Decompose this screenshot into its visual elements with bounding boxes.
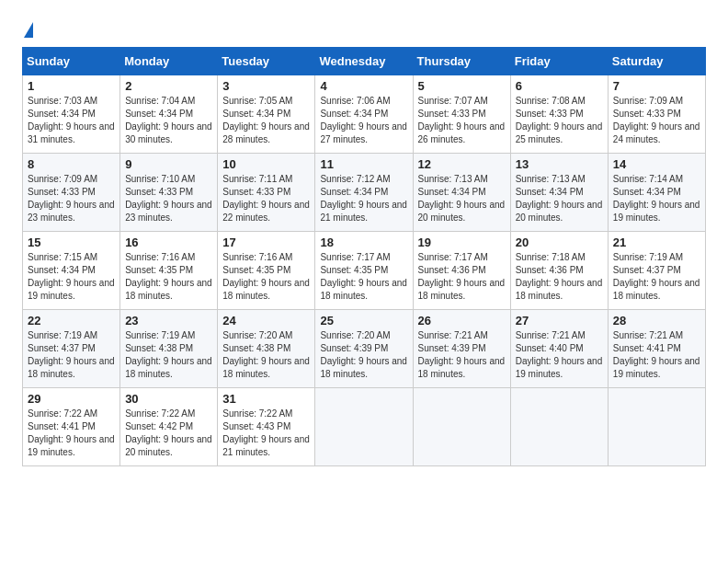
day-number: 23	[125, 314, 212, 327]
day-number: 18	[320, 236, 407, 249]
calendar-cell: 21Sunrise: 7:19 AMSunset: 4:37 PMDayligh…	[608, 232, 705, 310]
calendar-week-row: 15Sunrise: 7:15 AMSunset: 4:34 PMDayligh…	[23, 232, 706, 310]
day-number: 16	[125, 236, 212, 249]
calendar-cell: 17Sunrise: 7:16 AMSunset: 4:35 PMDayligh…	[218, 232, 315, 310]
page-header	[22, 18, 706, 38]
calendar-table: SundayMondayTuesdayWednesdayThursdayFrid…	[22, 47, 706, 466]
cell-content: Sunrise: 7:03 AMSunset: 4:34 PMDaylight:…	[28, 95, 115, 146]
day-number: 15	[28, 236, 115, 249]
cell-content: Sunrise: 7:22 AMSunset: 4:42 PMDaylight:…	[125, 408, 212, 459]
cell-content: Sunrise: 7:21 AMSunset: 4:40 PMDaylight:…	[516, 329, 603, 381]
calendar-cell: 3Sunrise: 7:05 AMSunset: 4:34 PMDaylight…	[218, 75, 315, 154]
day-number: 21	[613, 236, 700, 249]
cell-content: Sunrise: 7:19 AMSunset: 4:37 PMDaylight:…	[613, 251, 700, 303]
calendar-cell: 24Sunrise: 7:20 AMSunset: 4:38 PMDayligh…	[218, 310, 315, 388]
header-tuesday: Tuesday	[218, 48, 315, 75]
cell-content: Sunrise: 7:16 AMSunset: 4:35 PMDaylight:…	[125, 251, 212, 303]
cell-content: Sunrise: 7:19 AMSunset: 4:37 PMDaylight:…	[28, 329, 115, 381]
calendar-cell: 18Sunrise: 7:17 AMSunset: 4:35 PMDayligh…	[315, 232, 413, 310]
cell-content: Sunrise: 7:17 AMSunset: 4:36 PMDaylight:…	[418, 251, 506, 303]
calendar-cell: 9Sunrise: 7:10 AMSunset: 4:33 PMDaylight…	[120, 154, 218, 232]
calendar-cell: 11Sunrise: 7:12 AMSunset: 4:34 PMDayligh…	[315, 154, 413, 232]
day-number: 19	[418, 236, 506, 249]
calendar-cell: 25Sunrise: 7:20 AMSunset: 4:39 PMDayligh…	[315, 310, 413, 388]
cell-content: Sunrise: 7:21 AMSunset: 4:41 PMDaylight:…	[613, 329, 700, 381]
calendar-cell: 15Sunrise: 7:15 AMSunset: 4:34 PMDayligh…	[23, 232, 120, 310]
cell-content: Sunrise: 7:13 AMSunset: 4:34 PMDaylight:…	[418, 173, 506, 224]
cell-content: Sunrise: 7:15 AMSunset: 4:34 PMDaylight:…	[28, 251, 115, 303]
cell-content: Sunrise: 7:10 AMSunset: 4:33 PMDaylight:…	[125, 173, 212, 224]
calendar-cell: 23Sunrise: 7:19 AMSunset: 4:38 PMDayligh…	[120, 310, 218, 388]
calendar-header-row: SundayMondayTuesdayWednesdayThursdayFrid…	[23, 48, 706, 75]
day-number: 7	[613, 79, 700, 93]
cell-content: Sunrise: 7:11 AMSunset: 4:33 PMDaylight:…	[222, 173, 310, 224]
cell-content: Sunrise: 7:18 AMSunset: 4:36 PMDaylight:…	[516, 251, 603, 303]
cell-content: Sunrise: 7:05 AMSunset: 4:34 PMDaylight:…	[222, 95, 310, 146]
calendar-cell: 29Sunrise: 7:22 AMSunset: 4:41 PMDayligh…	[23, 388, 120, 466]
calendar-cell: 16Sunrise: 7:16 AMSunset: 4:35 PMDayligh…	[120, 232, 218, 310]
calendar-cell: 19Sunrise: 7:17 AMSunset: 4:36 PMDayligh…	[413, 232, 510, 310]
day-number: 30	[125, 392, 212, 406]
calendar-cell: 22Sunrise: 7:19 AMSunset: 4:37 PMDayligh…	[23, 310, 120, 388]
day-number: 10	[222, 157, 310, 171]
day-number: 25	[320, 314, 407, 327]
calendar-week-row: 22Sunrise: 7:19 AMSunset: 4:37 PMDayligh…	[23, 310, 706, 388]
calendar-cell: 6Sunrise: 7:08 AMSunset: 4:33 PMDaylight…	[510, 75, 608, 154]
calendar-cell: 13Sunrise: 7:13 AMSunset: 4:34 PMDayligh…	[510, 154, 608, 232]
day-number: 2	[125, 79, 212, 93]
header-sunday: Sunday	[23, 48, 120, 75]
day-number: 6	[516, 79, 603, 93]
day-number: 11	[320, 157, 407, 171]
cell-content: Sunrise: 7:07 AMSunset: 4:33 PMDaylight:…	[418, 95, 506, 146]
calendar-cell: 28Sunrise: 7:21 AMSunset: 4:41 PMDayligh…	[608, 310, 705, 388]
header-friday: Friday	[510, 48, 608, 75]
calendar-cell: 26Sunrise: 7:21 AMSunset: 4:39 PMDayligh…	[413, 310, 510, 388]
calendar-week-row: 1Sunrise: 7:03 AMSunset: 4:34 PMDaylight…	[23, 75, 706, 154]
header-wednesday: Wednesday	[315, 48, 413, 75]
calendar-cell	[413, 388, 510, 466]
day-number: 4	[320, 79, 407, 93]
cell-content: Sunrise: 7:09 AMSunset: 4:33 PMDaylight:…	[613, 95, 700, 146]
day-number: 17	[222, 236, 310, 249]
calendar-cell: 10Sunrise: 7:11 AMSunset: 4:33 PMDayligh…	[218, 154, 315, 232]
calendar-cell: 5Sunrise: 7:07 AMSunset: 4:33 PMDaylight…	[413, 75, 510, 154]
calendar-cell: 31Sunrise: 7:22 AMSunset: 4:43 PMDayligh…	[218, 388, 315, 466]
calendar-cell	[510, 388, 608, 466]
day-number: 31	[222, 392, 310, 406]
calendar-cell	[608, 388, 705, 466]
cell-content: Sunrise: 7:22 AMSunset: 4:43 PMDaylight:…	[222, 408, 310, 459]
calendar-cell: 7Sunrise: 7:09 AMSunset: 4:33 PMDaylight…	[608, 75, 705, 154]
cell-content: Sunrise: 7:20 AMSunset: 4:39 PMDaylight:…	[320, 329, 407, 381]
day-number: 13	[516, 157, 603, 171]
calendar-cell	[315, 388, 413, 466]
cell-content: Sunrise: 7:06 AMSunset: 4:34 PMDaylight:…	[320, 95, 407, 146]
day-number: 27	[516, 314, 603, 327]
header-monday: Monday	[120, 48, 218, 75]
calendar-cell: 12Sunrise: 7:13 AMSunset: 4:34 PMDayligh…	[413, 154, 510, 232]
cell-content: Sunrise: 7:14 AMSunset: 4:34 PMDaylight:…	[613, 173, 700, 224]
day-number: 3	[222, 79, 310, 93]
calendar-cell: 1Sunrise: 7:03 AMSunset: 4:34 PMDaylight…	[23, 75, 120, 154]
cell-content: Sunrise: 7:08 AMSunset: 4:33 PMDaylight:…	[516, 95, 603, 146]
calendar-cell: 4Sunrise: 7:06 AMSunset: 4:34 PMDaylight…	[315, 75, 413, 154]
day-number: 28	[613, 314, 700, 327]
cell-content: Sunrise: 7:22 AMSunset: 4:41 PMDaylight:…	[28, 408, 115, 459]
day-number: 22	[28, 314, 115, 327]
calendar-cell: 20Sunrise: 7:18 AMSunset: 4:36 PMDayligh…	[510, 232, 608, 310]
cell-content: Sunrise: 7:21 AMSunset: 4:39 PMDaylight:…	[418, 329, 506, 381]
day-number: 9	[125, 157, 212, 171]
cell-content: Sunrise: 7:13 AMSunset: 4:34 PMDaylight:…	[516, 173, 603, 224]
day-number: 24	[222, 314, 310, 327]
header-saturday: Saturday	[608, 48, 705, 75]
day-number: 14	[613, 157, 700, 171]
cell-content: Sunrise: 7:16 AMSunset: 4:35 PMDaylight:…	[222, 251, 310, 303]
day-number: 12	[418, 157, 506, 171]
calendar-week-row: 29Sunrise: 7:22 AMSunset: 4:41 PMDayligh…	[23, 388, 706, 466]
calendar-cell: 14Sunrise: 7:14 AMSunset: 4:34 PMDayligh…	[608, 154, 705, 232]
cell-content: Sunrise: 7:19 AMSunset: 4:38 PMDaylight:…	[125, 329, 212, 381]
day-number: 1	[28, 79, 115, 93]
cell-content: Sunrise: 7:20 AMSunset: 4:38 PMDaylight:…	[222, 329, 310, 381]
cell-content: Sunrise: 7:09 AMSunset: 4:33 PMDaylight:…	[28, 173, 115, 224]
cell-content: Sunrise: 7:17 AMSunset: 4:35 PMDaylight:…	[320, 251, 407, 303]
day-number: 26	[418, 314, 506, 327]
